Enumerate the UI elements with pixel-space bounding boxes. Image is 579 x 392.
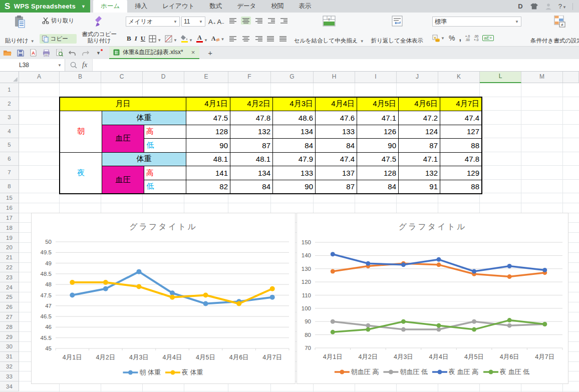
table-bp-label[interactable]: 血圧 [102,125,144,152]
comma-button[interactable]: , [459,34,461,43]
data-point[interactable] [437,327,441,332]
decrease-font-button[interactable]: A− [217,18,224,26]
data-point[interactable] [366,323,370,328]
row-header-15[interactable]: 15 [0,193,19,203]
table-bp-high-value[interactable]: 124 [399,125,440,139]
row-header-23[interactable]: 23 [0,272,19,282]
data-point[interactable] [103,286,108,291]
table-header-date[interactable]: 4月7日 [440,98,481,111]
tab-ホーム[interactable]: ホーム [93,0,127,13]
increase-font-button[interactable]: A+ [208,18,215,26]
row-header-18[interactable]: 18 [0,223,19,233]
tab-データ[interactable]: データ [229,0,263,13]
data-point[interactable] [507,318,512,322]
print-button[interactable] [42,49,51,57]
increase-decimal-button[interactable]: +.0 .00 [465,35,470,42]
data-point[interactable] [437,323,441,328]
table-high-label[interactable]: 高 [144,125,186,139]
row-header-25[interactable]: 25 [0,292,19,302]
data-point[interactable] [236,301,241,306]
table-weight-value[interactable]: 47.5 [186,111,230,125]
table-bp-low-value[interactable]: 82 [186,180,230,194]
row-header-32[interactable]: 32 [0,362,19,372]
row-header-29[interactable]: 29 [0,332,19,342]
table-period-label[interactable]: 夜 [60,153,102,194]
table-bp-low-value[interactable]: 87 [399,139,440,152]
align-left-button[interactable] [228,35,238,43]
legend-label[interactable]: 朝 体重 [139,368,161,376]
row-header-6[interactable]: 6 [0,152,19,166]
data-point[interactable] [170,290,175,295]
table-weight-value[interactable]: 47.2 [399,111,440,125]
legend-label[interactable]: 朝血圧 高 [351,368,379,375]
column-header-E[interactable]: E [184,72,228,83]
chart-weight[interactable]: グラフタイトル4545.54646.54747.54848.54949.5504… [31,213,296,384]
table-weight-value[interactable]: 48.6 [273,111,315,125]
table-bp-high-value[interactable]: 134 [230,166,272,180]
table-header-date[interactable]: 4月3日 [273,98,315,111]
table-bp-label[interactable]: 血圧 [102,166,144,193]
column-header-M[interactable]: M [521,72,563,83]
save-button[interactable] [16,49,25,57]
data-point[interactable] [203,301,208,306]
data-point[interactable] [401,262,406,267]
row-header-24[interactable]: 24 [0,282,19,292]
tab-数式[interactable]: 数式 [202,0,229,13]
table-bp-low-value[interactable]: 84 [316,139,357,152]
table-period-label[interactable]: 朝 [60,111,102,152]
name-box[interactable]: L38 ▼ [0,59,65,71]
table-header-date[interactable]: 4月1日 [186,98,230,111]
display-format-button[interactable]: aE+ [482,35,493,41]
table-bp-low-value[interactable]: 87 [316,180,357,194]
help-button[interactable]: ?▼ [558,3,566,10]
docer-icon[interactable]: D [516,3,524,11]
font-color-button[interactable]: A ▼ [196,35,208,43]
table-low-label[interactable]: 低 [144,180,186,194]
table-bp-high-value[interactable]: 132 [399,166,440,180]
italic-button[interactable]: I [135,35,137,43]
data-point[interactable] [170,295,175,300]
column-header-partial[interactable] [563,72,579,83]
table-bp-high-value[interactable]: 126 [357,125,398,139]
table-bp-low-value[interactable]: 84 [273,139,315,152]
data-point[interactable] [136,284,141,289]
table-weight-value[interactable]: 47.8 [440,153,481,166]
column-header-G[interactable]: G [271,72,314,83]
table-bp-high-value[interactable]: 129 [440,166,481,180]
valign-middle-button[interactable] [241,17,251,25]
decrease-decimal-button[interactable]: .00 +.0 [474,35,478,42]
print-preview-button[interactable] [55,49,64,57]
table-bp-low-value[interactable]: 90 [357,139,398,152]
table-bp-high-value[interactable]: 137 [316,166,357,180]
column-header-L[interactable]: L [480,72,521,83]
row-header-31[interactable]: 31 [0,352,19,362]
table-header-date[interactable]: 4月4日 [316,98,357,111]
data-point[interactable] [542,322,547,326]
fill-color-button[interactable]: ▼ [181,35,193,43]
wrap-text-button[interactable]: 折り返して全体表示 [369,15,425,45]
currency-button[interactable]: ¥ ▼ [432,35,445,42]
data-point[interactable] [203,293,208,298]
record-table[interactable]: 月日4月1日4月2日4月3日4月4日4月5日4月6日4月7日朝体重47.547.… [59,97,482,195]
table-header-date[interactable]: 4月5日 [357,98,398,111]
column-header-A[interactable]: A [19,72,60,83]
skin-icon[interactable] [530,3,538,11]
row-header-33[interactable]: 33 [0,371,19,381]
clear-format-button[interactable]: A ▼ [211,36,225,42]
table-weight-label[interactable]: 体重 [102,111,186,125]
undo-button[interactable] [68,49,77,57]
document-tab-close-icon[interactable]: × [191,49,195,56]
column-header-J[interactable]: J [397,72,438,83]
data-point[interactable] [331,252,335,256]
row-header-7[interactable]: 7 [0,166,19,180]
data-point[interactable] [401,327,406,332]
column-header-F[interactable]: F [228,72,271,83]
decrease-indent-button[interactable] [266,17,276,25]
valign-bottom-button[interactable] [253,17,263,25]
row-header-16[interactable]: 16 [0,203,19,213]
data-point[interactable] [70,293,75,298]
table-header-date-label[interactable]: 月日 [60,98,186,111]
row-header-20[interactable]: 20 [0,243,19,253]
row-header-4[interactable]: 4 [0,125,19,139]
search-icon[interactable] [70,62,77,69]
